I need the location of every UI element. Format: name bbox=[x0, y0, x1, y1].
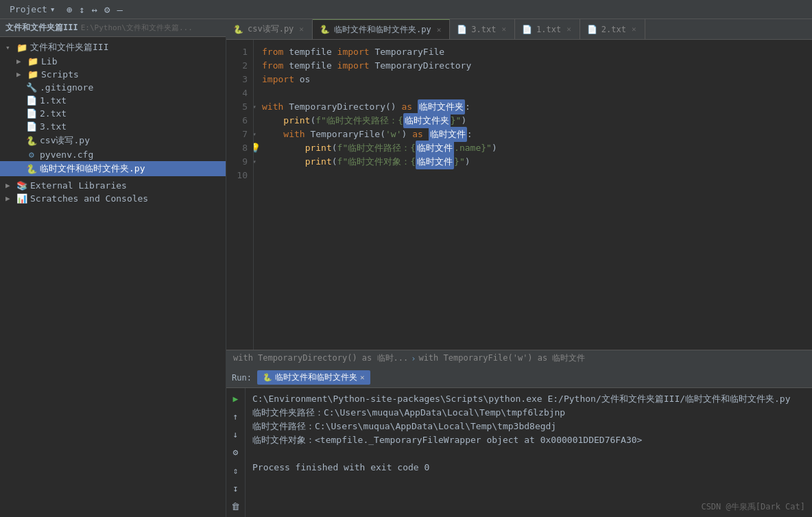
run-down-button[interactable]: ↓ bbox=[229, 429, 243, 441]
run-output-blank bbox=[252, 447, 805, 461]
tab-close-csvpy[interactable]: ✕ bbox=[298, 24, 305, 34]
sidebar-item-2txt[interactable]: 📄 2.txt bbox=[0, 107, 226, 120]
code-line-6: print(f"临时文件夹路径：{临时文件夹}") bbox=[262, 114, 804, 128]
run-tab-temppy[interactable]: 🐍 临时文件和临时文件夹 ✕ bbox=[257, 370, 370, 385]
expand-icon[interactable]: ↔ bbox=[92, 4, 97, 15]
tab-label-temppy: 临时文件和临时文件夹.py bbox=[334, 24, 431, 36]
code-line-4 bbox=[262, 86, 804, 100]
top-bar: Project ▾ ⊕ ↕ ↔ ⚙ — bbox=[0, 0, 812, 19]
cfg-icon: ⚙ bbox=[26, 149, 37, 160]
run-save-button[interactable]: ↧ bbox=[229, 482, 243, 494]
editor-area: 1 2 3 4 5 6 7 8 9 10 from tempfile impor… bbox=[226, 40, 812, 350]
expand-arrow: ▾ bbox=[5, 43, 14, 52]
run-label: Run: bbox=[232, 373, 252, 383]
tab-3txt[interactable]: 📄 3.txt ✕ bbox=[450, 19, 515, 39]
run-output-3: 临时文件对象：<tempfile._TemporaryFileWrapper o… bbox=[252, 433, 805, 447]
run-output-1: 临时文件夹路径：C:\Users\muqua\AppData\Local\Tem… bbox=[252, 406, 805, 420]
sidebar-item-lib[interactable]: ▶ 📁 Lib bbox=[0, 55, 226, 68]
tab-label-csvpy: csv读写.py bbox=[248, 23, 294, 35]
dropdown-icon: ▾ bbox=[50, 4, 56, 14]
sidebar-tree: ▾ 📁 文件和文件夹篇III ▶ 📁 Lib ▶ 📁 Scripts 🔧 .gi… bbox=[0, 37, 226, 517]
breadcrumb-separator: › bbox=[411, 354, 416, 363]
sidebar-label-3txt: 3.txt bbox=[40, 121, 67, 132]
sidebar-item-csvpy[interactable]: 🐍 csv读写.py bbox=[0, 133, 226, 148]
tab-close-temppy[interactable]: ✕ bbox=[435, 25, 443, 35]
code-line-10 bbox=[262, 169, 804, 182]
sidebar-label-lib: Lib bbox=[41, 56, 57, 67]
sidebar-item-pyvenv[interactable]: ⚙ pyvenv.cfg bbox=[0, 148, 226, 161]
settings-icon[interactable]: ⚙ bbox=[104, 4, 110, 15]
breadcrumb-part2[interactable]: with TemporaryFile('w') as 临时文件 bbox=[418, 352, 585, 364]
expand-arrow-lib: ▶ bbox=[16, 57, 25, 66]
project-text: Project bbox=[10, 4, 47, 14]
toolbar-icons: ⊕ ↕ ↔ ⚙ — bbox=[67, 4, 123, 15]
sidebar-label-pyvenv: pyvenv.cfg bbox=[40, 149, 93, 160]
tabs-bar: 🐍 csv读写.py ✕ 🐍 临时文件和临时文件夹.py ✕ 📄 3.txt ✕… bbox=[226, 19, 812, 40]
sidebar-label-2txt: 2.txt bbox=[40, 108, 67, 119]
breadcrumb-bar: with TemporaryDirectory() as 临时... › wit… bbox=[226, 350, 812, 366]
run-split-button[interactable]: ⇕ bbox=[229, 464, 243, 477]
run-panel: Run: 🐍 临时文件和临时文件夹 ✕ ▶ ↑ ↓ ⚙ ⇕ ↧ 🗑 bbox=[226, 366, 812, 517]
breadcrumb-part1[interactable]: with TemporaryDirectory() as 临时... bbox=[233, 352, 408, 364]
code-line-5: ▾ with TemporaryDirectory() as 临时文件夹: bbox=[262, 100, 804, 114]
sidebar-item-3txt[interactable]: 📄 3.txt bbox=[0, 120, 226, 133]
sidebar-item-temppy[interactable]: 🐍 临时文件和临时文件夹.py bbox=[0, 161, 226, 176]
sidebar-item-scratches[interactable]: ▶ 📊 Scratches and Consoles bbox=[0, 192, 226, 205]
sort-icon[interactable]: ↕ bbox=[79, 4, 84, 15]
run-panel-body: ▶ ↑ ↓ ⚙ ⇕ ↧ 🗑 C:\Environment\Python-site… bbox=[226, 388, 812, 517]
run-tab-close[interactable]: ✕ bbox=[360, 373, 365, 382]
code-line-1: from tempfile import TemporaryFile bbox=[262, 45, 804, 59]
right-area: 🐍 csv读写.py ✕ 🐍 临时文件和临时文件夹.py ✕ 📄 3.txt ✕… bbox=[226, 19, 812, 517]
tab-1txt[interactable]: 📄 1.txt ✕ bbox=[515, 19, 580, 39]
sidebar-label-gitignore: .gitignore bbox=[40, 82, 93, 93]
main-area: 文件和文件夹篇III E:\Python\文件和文件夹篇... ▾ 📁 文件和文… bbox=[0, 19, 812, 517]
add-icon[interactable]: ⊕ bbox=[67, 4, 72, 15]
lightbulb-icon: 💡 bbox=[254, 141, 261, 155]
run-sidebar: ▶ ↑ ↓ ⚙ ⇕ ↧ 🗑 bbox=[226, 388, 246, 517]
run-delete-button[interactable]: 🗑 bbox=[229, 501, 243, 513]
tab-close-2txt[interactable]: ✕ bbox=[630, 24, 638, 34]
tab-close-1txt[interactable]: ✕ bbox=[565, 24, 573, 34]
py-icon-csv: 🐍 bbox=[26, 136, 37, 146]
run-play-button[interactable]: ▶ bbox=[229, 392, 243, 405]
sidebar-label-scripts: Scripts bbox=[41, 69, 79, 80]
minimize-icon[interactable]: — bbox=[117, 4, 122, 15]
tab-temppy[interactable]: 🐍 临时文件和临时文件夹.py ✕ bbox=[313, 19, 450, 39]
folder-icon: 📁 bbox=[16, 43, 27, 53]
tab-2txt[interactable]: 📄 2.txt ✕ bbox=[580, 19, 645, 39]
tab-close-3txt[interactable]: ✕ bbox=[500, 24, 508, 34]
sidebar-label-external: External Libraries bbox=[30, 180, 127, 191]
tab-label-2txt: 2.txt bbox=[601, 25, 626, 34]
sidebar: 文件和文件夹篇III E:\Python\文件和文件夹篇... ▾ 📁 文件和文… bbox=[0, 19, 226, 517]
project-label[interactable]: Project ▾ bbox=[5, 3, 60, 16]
txt-icon-2: 📄 bbox=[26, 108, 37, 119]
sidebar-label-scratches: Scratches and Consoles bbox=[30, 193, 148, 204]
run-output-cmd: C:\Environment\Python-site-packages\Scri… bbox=[252, 392, 805, 406]
tab-icon-csvpy: 🐍 bbox=[233, 25, 243, 34]
sidebar-item-scripts[interactable]: ▶ 📁 Scripts bbox=[0, 68, 226, 81]
scratch-icon: 📊 bbox=[16, 193, 27, 204]
run-tab-icon: 🐍 bbox=[263, 373, 272, 382]
run-panel-header: Run: 🐍 临时文件和临时文件夹 ✕ bbox=[226, 368, 812, 388]
code-line-3: import os bbox=[262, 73, 804, 86]
run-settings-button[interactable]: ⚙ bbox=[229, 446, 243, 459]
txt-icon-3: 📄 bbox=[26, 121, 37, 132]
expand-arrow-scripts: ▶ bbox=[16, 70, 25, 79]
run-up-button[interactable]: ↑ bbox=[229, 410, 243, 422]
code-editor[interactable]: from tempfile import TemporaryFile from … bbox=[254, 40, 812, 350]
tab-label-3txt: 3.txt bbox=[471, 25, 496, 34]
sidebar-item-external[interactable]: ▶ 📚 External Libraries bbox=[0, 179, 226, 192]
code-line-7: ▾ with TemporaryFile('w') as 临时文件: bbox=[262, 128, 804, 141]
sidebar-label-1txt: 1.txt bbox=[40, 95, 67, 106]
run-output: C:\Environment\Python-site-packages\Scri… bbox=[246, 388, 812, 517]
txt-icon-1: 📄 bbox=[26, 95, 37, 106]
tab-icon-1txt: 📄 bbox=[522, 25, 532, 34]
sidebar-item-gitignore[interactable]: 🔧 .gitignore bbox=[0, 81, 226, 94]
line-numbers: 1 2 3 4 5 6 7 8 9 10 bbox=[226, 40, 254, 350]
py-icon-temp: 🐍 bbox=[26, 164, 37, 174]
sidebar-item-root[interactable]: ▾ 📁 文件和文件夹篇III bbox=[0, 40, 226, 55]
sidebar-path: E:\Python\文件和文件夹篇... bbox=[81, 23, 193, 33]
run-output-2: 临时文件路径：C:\Users\muqua\AppData\Local\Temp… bbox=[252, 420, 805, 433]
sidebar-item-1txt[interactable]: 📄 1.txt bbox=[0, 94, 226, 107]
tab-csvpy[interactable]: 🐍 csv读写.py ✕ bbox=[226, 19, 313, 39]
